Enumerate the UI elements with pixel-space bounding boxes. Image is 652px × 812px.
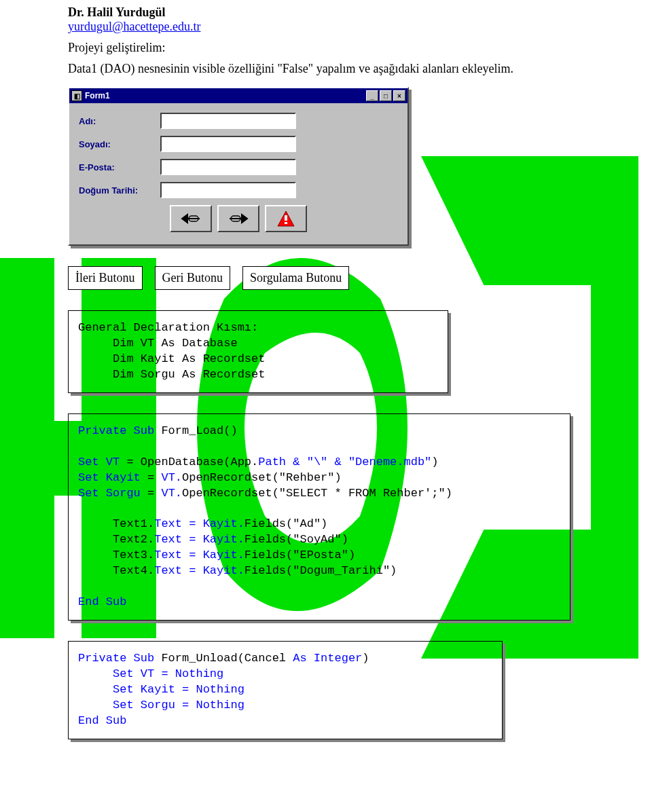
code: = Nothing: [154, 667, 223, 680]
code: = OpenDatabase(App.: [120, 456, 258, 468]
close-button[interactable]: ×: [393, 90, 405, 101]
code: Form_Load(): [154, 424, 237, 437]
code: OpenRecordset("Rehber"): [182, 471, 342, 484]
callout-row: İleri Butonu Geri Butonu Sorgulama Buton…: [68, 266, 584, 290]
form-body: Adı: Soyadı: E-Posta: Doğum Tarihi:: [69, 103, 408, 244]
alert-icon: [276, 210, 295, 227]
code-line: Dim Sorgu As Recordset: [78, 368, 265, 381]
input-adi[interactable]: [160, 113, 296, 129]
code-line: Dim VT As Database: [78, 337, 238, 350]
code: Fields("EPosta"): [244, 549, 355, 561]
titlebar: ◧ Form1 _ □ ×: [69, 88, 408, 103]
intro-line-1: Projeyi geliştirelim:: [68, 41, 584, 55]
id: VT: [141, 667, 154, 680]
svg-rect-8: [285, 215, 287, 221]
label-adi: Adı:: [79, 116, 160, 126]
code: Text =: [154, 564, 202, 577]
id: VT: [106, 456, 120, 468]
input-dogum[interactable]: [160, 182, 296, 198]
id: Kayit.: [203, 517, 244, 530]
code: Path & "\" & "Deneme.mdb": [258, 456, 431, 468]
prev-button[interactable]: [170, 205, 212, 232]
code-box-formload: Private Sub Form_Load() Set VT = OpenDat…: [68, 413, 570, 621]
code: =: [141, 471, 162, 484]
code: Form_Unload(Cancel: [154, 652, 293, 665]
id: VT.: [161, 471, 182, 484]
hand-left-icon: [179, 212, 202, 225]
label-eposta: E-Posta:: [79, 162, 160, 172]
intro-line-2: Data1 (DAO) nesnesinin visible özelliğin…: [68, 62, 584, 76]
code: = Nothing: [175, 699, 244, 712]
code: Text =: [154, 533, 202, 546]
id: Kayit.: [203, 533, 244, 546]
id: Sorgu: [106, 487, 141, 500]
kw: Private Sub: [78, 424, 154, 437]
code-box-formunload: Private Sub Form_Unload(Cancel As Intege…: [68, 641, 503, 739]
code: ): [362, 652, 369, 665]
kw: Private Sub: [78, 652, 154, 665]
code: Text =: [154, 549, 202, 561]
page-content: Dr. Halil Yurdugül yurdugul@hacettepe.ed…: [0, 0, 652, 767]
id: Kayit.: [203, 549, 244, 561]
minimize-button[interactable]: _: [366, 90, 378, 101]
author-email-link[interactable]: yurdugul@hacettepe.edu.tr: [68, 20, 201, 33]
id: Kayit: [106, 471, 141, 484]
next-button[interactable]: [217, 205, 259, 232]
id: Sorgu: [141, 699, 175, 712]
svg-rect-9: [285, 222, 287, 224]
label-soyadi: Soyadı:: [79, 139, 160, 149]
id: VT.: [161, 487, 182, 500]
kw: Set: [78, 683, 141, 696]
input-eposta[interactable]: [160, 159, 296, 175]
query-button[interactable]: [265, 205, 307, 232]
code-line: Dim Kayit As Recordset: [78, 352, 265, 365]
id: Kayit: [141, 683, 175, 696]
hand-right-icon: [227, 212, 250, 225]
code: Text2.: [78, 533, 154, 546]
code: Text1.: [78, 517, 154, 530]
code: OpenRecordset("SELECT * FROM Rehber';"): [182, 487, 452, 500]
code: Text =: [154, 517, 202, 530]
code: Fields("SoyAd"): [244, 533, 348, 546]
kw: End Sub: [78, 595, 126, 608]
vb-form-window: ◧ Form1 _ □ × Adı: Soyadı: E-Posta: Doğu…: [68, 87, 409, 246]
label-dogum: Doğum Tarihi:: [79, 185, 160, 196]
callout-sorgu: Sorgulama Butonu: [242, 266, 349, 290]
callout-ileri: İleri Butonu: [68, 266, 143, 290]
code-box-declaration: General Declaration Kısmı: Dim VT As Dat…: [68, 310, 448, 393]
input-soyadi[interactable]: [160, 136, 296, 152]
kw: Set: [78, 487, 106, 500]
kw: Set: [78, 456, 106, 468]
code: Text4.: [78, 564, 154, 577]
kw: Set: [78, 667, 141, 680]
id: Kayit.: [203, 564, 244, 577]
code: Fields("Ad"): [244, 517, 327, 530]
maximize-button[interactable]: □: [380, 90, 392, 101]
code: Fields("Dogum_Tarihi"): [244, 564, 397, 577]
callout-geri: Geri Butonu: [155, 266, 231, 290]
code: ): [431, 456, 438, 468]
code: = Nothing: [175, 683, 244, 696]
kw: Set: [78, 699, 141, 712]
kw: End Sub: [78, 714, 126, 727]
code-line: General Declaration Kısmı:: [78, 321, 258, 334]
kw: Set: [78, 471, 106, 484]
kw: As Integer: [293, 652, 362, 665]
author-name: Dr. Halil Yurdugül: [68, 5, 584, 20]
code: =: [141, 487, 162, 500]
form-icon: ◧: [71, 90, 82, 101]
code: Text3.: [78, 549, 154, 561]
window-title: Form1: [85, 91, 110, 100]
